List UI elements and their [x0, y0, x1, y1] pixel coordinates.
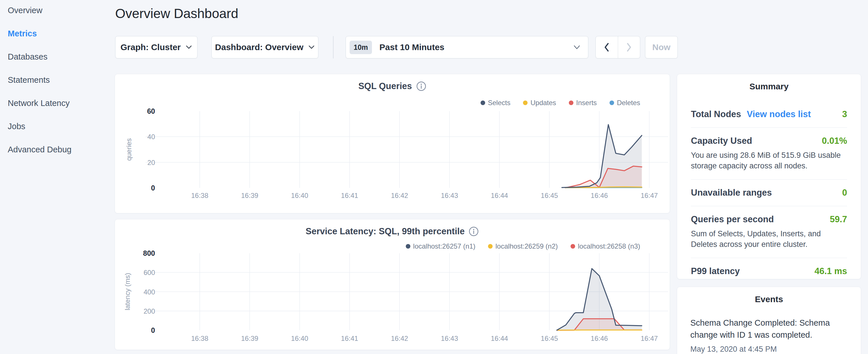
summary-description: Sum of Selects, Updates, Inserts, and De… [691, 229, 847, 250]
y-axis-unit-label: queries [125, 138, 133, 161]
sidebar-item-jobs[interactable]: Jobs [8, 115, 111, 138]
summary-item-total-nodes: Total Nodes View nodes list 3 [691, 101, 847, 128]
graph-selector-dropdown[interactable]: Graph: Cluster [115, 36, 197, 58]
sidebar: Overview Metrics Databases Statements Ne… [8, 0, 111, 161]
y-axis-tick-label: 0 [151, 184, 155, 192]
time-range-dropdown[interactable]: 10m Past 10 Minutes [346, 36, 588, 58]
sidebar-item-overview[interactable]: Overview [8, 0, 111, 22]
sql-queries-chart-card: SQL Queries SelectsUpdatesInsertsDeletes… [115, 74, 670, 213]
x-axis-tick-label: 16:45 [541, 192, 558, 199]
x-axis-tick-label: 16:47 [641, 334, 658, 342]
y-axis-tick-label: 0 [151, 326, 155, 334]
summary-item-unavailable-ranges: Unavailable ranges 0 [691, 180, 847, 206]
summary-item-p99-latency: P99 latency 46.1 ms [691, 258, 847, 284]
summary-description: You are using 28.6 MiB of 515.9 GiB usab… [691, 150, 847, 171]
x-axis-tick-label: 16:42 [391, 192, 408, 199]
summary-value: 0 [842, 188, 847, 198]
sidebar-item-statements[interactable]: Statements [8, 68, 111, 92]
summary-label: P99 latency [691, 266, 740, 277]
chevron-right-icon [626, 42, 632, 53]
y-axis-tick-label: 600 [144, 269, 155, 277]
chevron-left-icon [604, 42, 610, 53]
summary-item-queries-per-second: Queries per second 59.7 Sum of Selects, … [691, 206, 847, 258]
y-axis-tick-label: 800 [143, 249, 155, 257]
events-panel: Events Schema Change Completed: Schema c… [677, 287, 861, 354]
x-axis-tick-label: 16:41 [341, 334, 358, 342]
summary-label: Queries per second [691, 214, 774, 225]
now-button[interactable]: Now [645, 36, 678, 58]
x-axis-tick-label: 16:41 [341, 192, 358, 199]
x-axis-tick-label: 16:39 [241, 192, 258, 199]
service-latency-chart-card: Service Latency: SQL, 99th percentile lo… [115, 219, 670, 350]
x-axis-tick-label: 16:38 [191, 192, 208, 199]
events-heading: Events [677, 294, 861, 304]
summary-heading: Summary [677, 82, 861, 91]
prev-time-window-button[interactable] [596, 36, 618, 58]
y-axis-tick-label: 20 [147, 159, 155, 166]
x-axis-tick-label: 16:47 [641, 192, 658, 199]
y-axis-unit-label: latency (ms) [124, 273, 131, 311]
time-step-buttons [595, 36, 640, 58]
view-nodes-list-link[interactable]: View nodes list [747, 109, 811, 120]
event-timestamp: May 13, 2020 at 4:45 PM [690, 345, 848, 354]
x-axis-tick-label: 16:44 [491, 192, 508, 199]
x-axis-tick-label: 16:42 [391, 334, 408, 342]
summary-value: 0.01% [822, 136, 847, 146]
chevron-down-icon [185, 45, 192, 50]
page-title: Overview Dashboard [115, 6, 239, 21]
x-axis-tick-label: 16:44 [491, 334, 508, 342]
y-axis-tick-label: 40 [147, 133, 155, 141]
summary-label: Capacity Used [691, 136, 752, 146]
overview-dashboard-page: Overview Metrics Databases Statements Ne… [0, 0, 868, 354]
summary-item-capacity-used: Capacity Used 0.01% You are using 28.6 M… [691, 128, 847, 180]
summary-panel: Summary Total Nodes View nodes list 3 Ca… [677, 74, 861, 279]
y-axis-tick-label: 200 [144, 307, 155, 315]
summary-value: 46.1 ms [814, 266, 847, 277]
sidebar-item-databases[interactable]: Databases [8, 45, 111, 68]
summary-value: 3 [842, 109, 847, 120]
summary-label: Total Nodes [691, 109, 741, 120]
x-axis-tick-label: 16:45 [541, 334, 558, 342]
summary-label: Unavailable ranges [691, 188, 772, 198]
x-axis-tick-label: 16:38 [191, 334, 208, 342]
chevron-down-icon [573, 45, 581, 50]
y-axis-tick-label: 400 [144, 288, 155, 296]
x-axis-tick-label: 16:43 [441, 192, 458, 199]
time-window-label: Past 10 Minutes [379, 42, 444, 52]
x-axis-tick-label: 16:39 [241, 334, 258, 342]
graph-selector-label: Graph: Cluster [120, 42, 181, 52]
next-time-window-button[interactable] [618, 36, 640, 58]
y-axis-tick-label: 60 [147, 107, 155, 115]
dashboard-selector-dropdown[interactable]: Dashboard: Overview [212, 36, 318, 58]
dashboard-selector-label: Dashboard: Overview [215, 42, 303, 52]
event-message: Schema Change Completed: Schema change w… [690, 317, 848, 341]
x-axis-tick-label: 16:40 [291, 334, 308, 342]
service-latency-chart-plot[interactable]: 16:3816:3916:4016:4116:4216:4316:4416:45… [115, 219, 670, 350]
sql-queries-chart-plot[interactable]: 16:3816:3916:4016:4116:4216:4316:4416:45… [115, 74, 670, 214]
x-axis-tick-label: 16:43 [441, 334, 458, 342]
sidebar-item-advanced-debug[interactable]: Advanced Debug [8, 138, 111, 161]
chevron-down-icon [308, 45, 315, 50]
controls-divider [333, 36, 334, 58]
x-axis-tick-label: 16:46 [591, 192, 608, 199]
x-axis-tick-label: 16:46 [591, 334, 608, 342]
x-axis-tick-label: 16:40 [291, 192, 308, 199]
sidebar-item-network-latency[interactable]: Network Latency [8, 92, 111, 115]
sidebar-item-metrics[interactable]: Metrics [8, 22, 111, 45]
summary-value: 59.7 [830, 214, 847, 225]
time-window-badge: 10m [350, 41, 372, 54]
